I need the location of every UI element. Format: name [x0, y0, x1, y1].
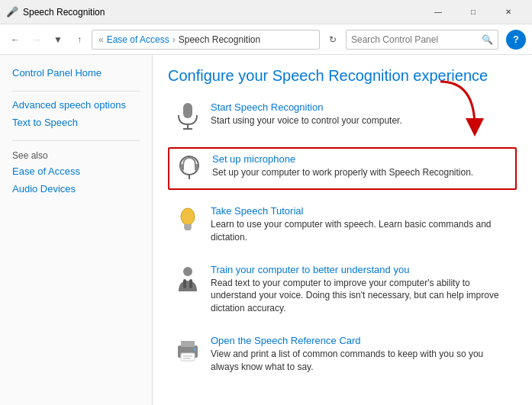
svg-rect-13 [189, 279, 192, 288]
svg-rect-9 [184, 227, 192, 229]
main-container: Control Panel Home Advanced speech optio… [0, 55, 532, 405]
sidebar-item-ease[interactable]: Ease of Access [0, 162, 152, 180]
search-input[interactable] [351, 34, 482, 45]
close-button[interactable]: ✕ [491, 0, 526, 24]
start-sr-desc: Start using your voice to control your c… [211, 115, 402, 126]
headset-icon [174, 153, 205, 184]
page-title: Configure your Speech Recognition experi… [168, 67, 517, 85]
search-box: 🔍 [346, 30, 498, 50]
see-also-label: See also [0, 146, 152, 162]
item-tutorial-text: Take Speech Tutorial Learn to use your c… [211, 205, 512, 244]
setup-mic-link[interactable]: Set up microphone [212, 153, 473, 165]
recent-button[interactable]: ▼ [49, 31, 67, 49]
breadcrumb-ease-of-access[interactable]: Ease of Access [107, 34, 169, 45]
tutorial-link[interactable]: Take Speech Tutorial [211, 205, 512, 217]
item-train-text: Train your computer to better understand… [211, 264, 512, 315]
svg-rect-15 [181, 341, 195, 347]
svg-rect-18 [183, 358, 191, 359]
maximize-button[interactable]: □ [456, 0, 491, 24]
svg-rect-12 [183, 279, 186, 288]
reference-link[interactable]: Open the Speech Reference Card [211, 335, 512, 346]
sidebar: Control Panel Home Advanced speech optio… [0, 55, 153, 405]
refresh-button[interactable]: ↻ [323, 30, 343, 50]
sidebar-item-home[interactable]: Control Panel Home [0, 64, 152, 82]
svg-point-19 [193, 348, 196, 351]
svg-rect-8 [184, 224, 192, 227]
setup-mic-desc: Set up your computer to work properly wi… [212, 167, 473, 178]
breadcrumb: « Ease of Access › Speech Recognition [92, 30, 320, 50]
train-desc: Read text to your computer to improve yo… [211, 278, 499, 314]
item-start-sr: Start Speech Recognition Start using you… [168, 97, 517, 137]
svg-rect-17 [183, 355, 192, 357]
title-bar: 🎤 Speech Recognition — □ ✕ [0, 0, 532, 24]
sidebar-see-also-divider [12, 140, 140, 141]
title-bar-controls: — □ ✕ [421, 0, 526, 24]
svg-rect-16 [181, 353, 195, 361]
address-bar: ← → ▼ ↑ « Ease of Access › Speech Recogn… [0, 24, 532, 55]
lightbulb-icon [172, 205, 203, 236]
sidebar-item-advanced[interactable]: Advanced speech options [0, 96, 152, 114]
breadcrumb-double-arrow: « [98, 34, 104, 45]
train-link[interactable]: Train your computer to better understand… [211, 264, 512, 275]
search-icon: 🔍 [482, 34, 493, 45]
item-setup-mic: Set up microphone Set up your computer t… [168, 147, 517, 190]
sidebar-item-tts[interactable]: Text to Speech [0, 114, 152, 131]
tutorial-desc: Learn to use your computer with speech. … [211, 219, 492, 243]
title-bar-text: Speech Recognition [23, 7, 421, 18]
item-reference: Open the Speech Reference Card View and … [168, 330, 517, 378]
sidebar-item-audio[interactable]: Audio Devices [0, 180, 152, 198]
minimize-button[interactable]: — [421, 0, 456, 24]
item-setup-mic-text: Set up microphone Set up your computer t… [212, 153, 473, 179]
mic-icon [172, 101, 203, 132]
forward-button[interactable]: → [27, 31, 46, 49]
reference-desc: View and print a list of common commands… [211, 349, 483, 372]
breadcrumb-separator: › [172, 34, 176, 45]
up-button[interactable]: ↑ [70, 31, 89, 49]
svg-point-7 [181, 208, 195, 225]
item-train: Train your computer to better understand… [168, 259, 517, 320]
back-button[interactable]: ← [6, 31, 24, 49]
title-bar-icon: 🎤 [6, 6, 18, 18]
help-button[interactable]: ? [506, 30, 526, 50]
svg-point-11 [183, 267, 192, 276]
person-icon [172, 264, 203, 294]
item-tutorial: Take Speech Tutorial Learn to use your c… [168, 201, 517, 249]
item-reference-text: Open the Speech Reference Card View and … [211, 335, 512, 374]
start-sr-link[interactable]: Start Speech Recognition [211, 101, 402, 113]
svg-rect-10 [185, 229, 191, 230]
svg-rect-0 [183, 103, 192, 118]
item-start-sr-text: Start Speech Recognition Start using you… [211, 101, 402, 127]
printer-icon [172, 335, 203, 365]
sidebar-divider [12, 91, 140, 92]
content-area: Configure your Speech Recognition experi… [153, 55, 532, 405]
breadcrumb-current: Speech Recognition [179, 34, 260, 45]
